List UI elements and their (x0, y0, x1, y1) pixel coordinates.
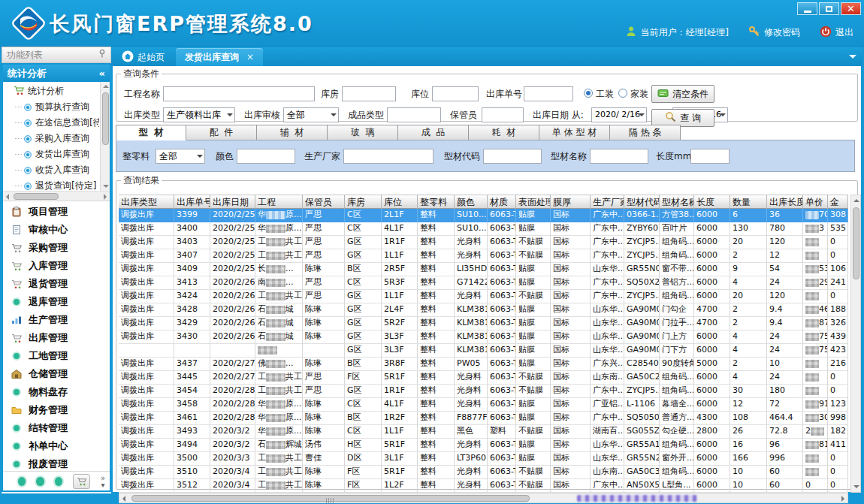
table-row[interactable]: 调拨出库34292020/2/26石城陈琳G区5R2F整料KLM38176063… (119, 317, 848, 330)
sidebar-item-12[interactable]: 财务管理 (3, 401, 110, 419)
product-type-input[interactable] (387, 107, 441, 122)
material-tab-1[interactable]: 型 材 (116, 125, 186, 140)
maker-input[interactable] (343, 149, 434, 164)
grid-vertical-scrollbar[interactable] (850, 195, 861, 493)
table-row[interactable]: 调拨出库35102020/3/4工共工程陈琳F区5R1F整料光身料6063-T5… (119, 466, 848, 479)
sidebar-item-2[interactable]: 审核中心 (3, 221, 110, 239)
sidebar-item-7[interactable]: 生产管理 (3, 311, 110, 329)
material-tab-5[interactable]: 成 品 (398, 125, 469, 140)
sidebar-item-4[interactable]: 入库管理 (3, 257, 110, 275)
radio-jiazhuang[interactable] (618, 89, 627, 98)
table-row[interactable]: 调拨出库34372020/2/27佛...陈琳B区3R8F整料PW056063-… (119, 358, 848, 371)
material-tab-8[interactable]: 隔 热 条 (610, 125, 681, 140)
tree-item-2[interactable]: 在途信息查询[待定] (5, 115, 99, 131)
column-header[interactable]: 库房 (345, 195, 382, 209)
warehouse-input[interactable] (342, 86, 396, 101)
radio-jiazhuang-label[interactable]: 家装 (630, 86, 648, 101)
table-row[interactable]: 调拨出库35122020/3/4工共工程陈琳F区1L2F整料光身料6063-T5… (119, 479, 848, 493)
date-from-select[interactable]: 2020/ 2/16 (591, 107, 647, 122)
overflow-item-icon[interactable] (18, 477, 26, 486)
table-row[interactable]: 调拨出库34582020/2/28华原...陈琳C区4L1F整料光身料6063-… (119, 398, 848, 412)
column-header[interactable]: 单价 (803, 195, 828, 209)
length-input[interactable] (690, 149, 730, 164)
location-input[interactable] (432, 86, 479, 101)
table-row[interactable]: 调拨出库34002020/2/25华原...严思C区4L1F整料SU10...6… (119, 222, 848, 236)
sidebar-item-11[interactable]: 物料盘存 (3, 383, 110, 401)
sidebar-item-1[interactable]: 项目管理 (3, 203, 110, 221)
keeper-input[interactable] (482, 107, 524, 122)
order-no-input[interactable] (524, 86, 573, 101)
column-header[interactable]: 工程 (255, 195, 303, 209)
column-header[interactable]: 数量 (730, 195, 767, 209)
tree-item-4[interactable]: 发货出库查询 (5, 146, 99, 162)
table-row[interactable]: 调拨出库34242020/2/26工共工程严思G区1L1F整料光身料6063-T… (119, 290, 848, 303)
material-tab-7[interactable]: 单 体 型 材 (539, 125, 610, 140)
sidebar-item-5[interactable]: 退货管理 (3, 275, 110, 293)
sidebar-item-10[interactable]: 仓储管理 (3, 365, 110, 383)
outbound-type-select[interactable]: 生产领料出库 (163, 107, 235, 122)
tab-list-dropdown-icon[interactable] (849, 55, 856, 62)
table-row[interactable]: 调拨出库34452020/2/27工共工程严思F区5R1F整料光身料6063-T… (119, 371, 848, 385)
table-row[interactable]: 调拨出库34612020/2/28华原...陈琳B区1R2F整料F8877FT6… (119, 412, 848, 425)
overflow-item-icon[interactable] (36, 477, 44, 486)
tree-vertical-scrollbar[interactable] (100, 82, 110, 191)
tree-item-1[interactable]: 预算执行查询 (5, 99, 99, 115)
column-header[interactable]: 出库日期 (210, 195, 255, 209)
table-row[interactable]: 调拨出库35002020/3/3工共工程曹佳D区3L1F整料LT3P606063… (119, 452, 848, 466)
material-tab-3[interactable]: 辅 材 (257, 125, 328, 140)
overflow-cart-button[interactable] (73, 474, 90, 489)
material-tab-6[interactable]: 耗 材 (469, 125, 539, 140)
column-header[interactable]: 出库类型 (119, 195, 174, 209)
column-header[interactable]: 膜厚 (551, 195, 591, 209)
column-header[interactable]: 出库长度 (767, 195, 803, 209)
tree-root-statistics[interactable]: 统计分析 (5, 83, 99, 99)
sidebar-item-9[interactable]: 工地管理 (3, 347, 110, 365)
tree-item-5[interactable]: 收货入库查询 (5, 162, 99, 178)
column-header[interactable]: 出库单号 (174, 195, 210, 209)
table-row[interactable]: 调拨出库34072020/2/25工共工程严思G区1L1F整料光身料6063-T… (119, 249, 848, 263)
change-password-button[interactable]: 修改密码 (748, 26, 800, 40)
table-row[interactable]: 调拨出库34032020/2/25工共工程严思G区1R1F整料光身料6063-T… (119, 236, 848, 249)
sidebar-item-14[interactable]: 补单中心 (3, 437, 110, 455)
tab-home[interactable]: 起始页 (114, 49, 172, 66)
tab-outbound-query[interactable]: 发货出库查询 × (176, 48, 263, 66)
column-header[interactable]: 长度 (694, 195, 730, 209)
sidebar-item-15[interactable]: 报废管理 (3, 455, 110, 471)
close-button[interactable]: ✕ (841, 2, 861, 15)
column-header[interactable]: 型材代码 (624, 195, 660, 209)
table-row[interactable]: 调拨出库34282020/2/26石城陈琳G区2L4F整料KLM38176063… (119, 303, 848, 317)
table-row[interactable]: 调拨出库34932020/3/2华原...陈琳C区1L1F整料黑色塑料不贴膜国标… (119, 425, 848, 439)
column-header[interactable]: 颜色 (455, 195, 488, 209)
sidebar-item-8[interactable]: 出库管理 (3, 329, 110, 347)
column-header[interactable]: 型材名称 (660, 195, 694, 209)
table-row[interactable]: 调拨出库34942020/3/2石辉城汤伟H区5R1F整料光身料6063-T5贴… (119, 439, 848, 452)
column-header[interactable]: 生产厂家 (591, 195, 624, 209)
column-header[interactable]: 保管员 (303, 195, 345, 209)
tab-close-icon[interactable]: × (246, 52, 254, 62)
column-header[interactable]: 材质 (488, 195, 516, 209)
material-tab-4[interactable]: 玻 璃 (328, 125, 398, 140)
table-row[interactable]: 调拨出库34132020/2/26南...严思C区5R3F整料G71422606… (119, 276, 848, 290)
clear-conditions-button[interactable]: 清空条件 (651, 85, 714, 103)
table-row[interactable]: G区3L3F整料KLM38176063-T5贴膜国标山东华...GA90M09.… (119, 344, 848, 358)
audit-select[interactable]: 全部 (283, 107, 339, 122)
tree-item-3[interactable]: 采购入库查询 (5, 131, 99, 146)
code-input[interactable] (483, 149, 542, 164)
material-tab-2[interactable]: 配 件 (186, 125, 257, 140)
part-select[interactable]: 全部 (156, 149, 205, 164)
pin-icon[interactable] (98, 47, 106, 62)
table-row[interactable]: 调拨出库33992020/2/25华原...严思C区2L1F整料SU10...6… (119, 209, 848, 222)
radio-gongzhuang-label[interactable]: 工装 (596, 86, 614, 101)
radio-gongzhuang[interactable] (584, 89, 593, 98)
project-name-input[interactable] (163, 86, 315, 101)
section-header-statistics[interactable]: 统计分析 « (3, 65, 110, 82)
minimize-button[interactable] (797, 2, 817, 15)
color-input[interactable] (237, 149, 295, 164)
collapse-icon[interactable]: « (99, 65, 105, 82)
tree-horizontal-scrollbar[interactable] (3, 192, 110, 201)
grid-horizontal-scrollbar[interactable] (119, 493, 848, 503)
sidebar-item-13[interactable]: 结转管理 (3, 419, 110, 437)
overflow-item-icon[interactable] (55, 477, 62, 486)
overflow-chevron[interactable]: »▾ (101, 475, 105, 488)
column-header[interactable]: 金 (828, 195, 848, 209)
